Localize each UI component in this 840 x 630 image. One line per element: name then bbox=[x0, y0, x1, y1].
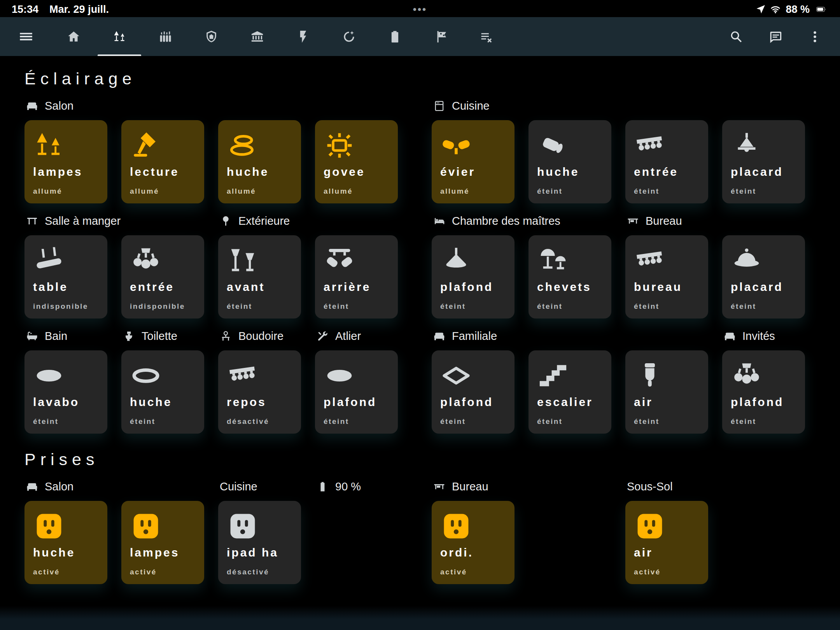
flood-lights-icon bbox=[324, 245, 355, 276]
light-card-atlier-plafond[interactable]: plafondéteint bbox=[315, 350, 398, 434]
light-card-bureau-bureau[interactable]: bureauéteint bbox=[625, 235, 708, 318]
right-half: Bureauordi.activéSous-Solairactivé bbox=[432, 474, 805, 584]
tab-battery[interactable] bbox=[372, 17, 418, 56]
bank-icon bbox=[250, 30, 264, 44]
group-name: Bureau bbox=[646, 215, 682, 228]
card-icon-wrap bbox=[440, 507, 506, 545]
group-salle-a-manger: Salle à mangertableindisponibleentréeind… bbox=[24, 209, 204, 318]
flag-checkered-icon bbox=[434, 30, 448, 44]
bulb-cluster-icon bbox=[731, 360, 763, 392]
group-bureau: Bureaubureauéteintplacardéteint bbox=[625, 209, 805, 318]
card-label: entrée bbox=[130, 280, 196, 294]
group-row: Salonlampesallumélecturealluméhucheallum… bbox=[24, 94, 816, 203]
status-battery-percent: 88 % bbox=[786, 4, 810, 16]
vanity-light-icon bbox=[634, 130, 666, 161]
card-icon-wrap bbox=[130, 507, 196, 545]
light-card-bain-lavabo[interactable]: lavaboéteint bbox=[24, 350, 107, 434]
desk-icon bbox=[433, 481, 445, 493]
light-card-toilette-huche[interactable]: hucheéteint bbox=[121, 350, 204, 434]
stairs-icon bbox=[537, 360, 569, 392]
spot-single-icon bbox=[537, 130, 569, 161]
light-rings-icon bbox=[227, 130, 259, 161]
tab-radiator[interactable] bbox=[142, 17, 188, 56]
card-status: indisponible bbox=[33, 302, 99, 311]
light-card-salle-a-manger-entree[interactable]: entréeindisponible bbox=[121, 235, 204, 318]
card-label: lavabo bbox=[33, 396, 99, 409]
light-card-cuisine-placard[interactable]: placardéteint bbox=[722, 120, 805, 203]
light-card-bureau-placard[interactable]: placardéteint bbox=[722, 235, 805, 318]
light-card-salon-huche[interactable]: hucheallumé bbox=[218, 120, 301, 203]
card-icon-wrap bbox=[227, 357, 292, 395]
tab-flag-checkered[interactable] bbox=[418, 17, 464, 56]
card-label: lampes bbox=[130, 546, 196, 559]
search-button[interactable] bbox=[729, 30, 744, 44]
group-name: Salle à manger bbox=[45, 215, 121, 228]
card-label: plafond bbox=[440, 280, 506, 294]
group-label-sous-sol: Sous-Sol bbox=[625, 474, 708, 499]
card-label: placard bbox=[731, 280, 796, 294]
light-card-cuisine-huche[interactable]: hucheéteint bbox=[528, 120, 611, 203]
tab-home[interactable] bbox=[51, 17, 96, 56]
light-card-salon-lecture[interactable]: lectureallumé bbox=[121, 120, 204, 203]
group-label-bureau: Bureau bbox=[432, 474, 514, 499]
light-card-chambre-des-maitres-chevets[interactable]: chevetséteint bbox=[528, 235, 611, 318]
group-label-atlier: Atlier bbox=[315, 324, 398, 348]
cards: ipad hadésactivé bbox=[218, 501, 301, 584]
tab-table-lamps[interactable] bbox=[96, 17, 142, 56]
bed-icon bbox=[433, 215, 445, 227]
group-boudoire: Boudoirereposdésactivé bbox=[218, 324, 301, 434]
tab-bank[interactable] bbox=[234, 17, 280, 56]
light-card-invites-plafond[interactable]: plafondéteint bbox=[722, 350, 805, 434]
spot-double-icon bbox=[440, 130, 472, 161]
light-card-salle-a-manger-table[interactable]: tableindisponible bbox=[24, 235, 107, 318]
light-card-exterieure-arriere[interactable]: arrièreéteint bbox=[315, 235, 398, 318]
status-date: Mar. 29 juill. bbox=[49, 4, 109, 16]
group-name: Atlier bbox=[335, 330, 361, 343]
pendant-icon bbox=[731, 130, 763, 161]
light-card-familiale-air[interactable]: airéteint bbox=[625, 350, 708, 434]
cards: lampesallumélecturealluméhucheallumégove… bbox=[24, 120, 398, 203]
group-sous-sol: Sous-Solairactivé bbox=[625, 474, 708, 584]
light-card-familiale-escalier[interactable]: escalieréteint bbox=[528, 350, 611, 434]
card-status: éteint bbox=[324, 417, 389, 426]
card-status: indisponible bbox=[130, 302, 196, 311]
outlet-card-salon-huche[interactable]: hucheactivé bbox=[24, 501, 107, 584]
group-name: Familiale bbox=[452, 330, 497, 343]
overflow-menu-button[interactable] bbox=[808, 30, 822, 44]
light-card-exterieure-avant[interactable]: avantéteint bbox=[218, 235, 301, 318]
light-card-cuisine-entree[interactable]: entréeéteint bbox=[625, 120, 708, 203]
light-card-familiale-plafond[interactable]: plafondéteint bbox=[432, 350, 514, 434]
light-card-salon-lampes[interactable]: lampesallumé bbox=[24, 120, 107, 203]
group-name: Boudoire bbox=[238, 330, 284, 343]
card-label: air bbox=[634, 546, 700, 559]
group-label-90: 90 % bbox=[315, 474, 398, 499]
outlet-card-bureau-ordi[interactable]: ordi.activé bbox=[432, 501, 514, 584]
tab-shield-home[interactable] bbox=[188, 17, 234, 56]
outlet-card-cuisine-ipad-ha[interactable]: ipad hadésactivé bbox=[218, 501, 301, 584]
left-half: Salle à mangertableindisponibleentréeind… bbox=[24, 209, 398, 318]
outlet-icon bbox=[130, 510, 162, 542]
bedside-lamps-icon bbox=[537, 245, 569, 276]
light-card-cuisine-evier[interactable]: évierallumé bbox=[432, 120, 514, 203]
group-name: Toilette bbox=[142, 330, 177, 343]
wifi-icon bbox=[770, 4, 781, 15]
outlet-card-sous-sol-air[interactable]: airactivé bbox=[625, 501, 708, 584]
light-card-boudoire-repos[interactable]: reposdésactivé bbox=[218, 350, 301, 434]
light-card-chambre-des-maitres-plafond[interactable]: plafondéteint bbox=[432, 235, 514, 318]
group-90: 90 % bbox=[315, 474, 398, 584]
toilet-icon bbox=[123, 330, 135, 342]
card-label: plafond bbox=[324, 396, 389, 409]
tab-playlist-remove[interactable] bbox=[464, 17, 509, 56]
outlet-card-salon-lampes[interactable]: lampesactivé bbox=[121, 501, 204, 584]
bulb-spot-icon bbox=[634, 360, 666, 392]
chat-button[interactable] bbox=[768, 30, 783, 44]
dashboard: ÉclairageSalonlampesallumélecturealluméh… bbox=[0, 56, 840, 584]
tab-climate-auto[interactable] bbox=[326, 17, 372, 56]
group-exterieure: Extérieureavantéteintarrièreéteint bbox=[218, 209, 398, 318]
card-label: lecture bbox=[130, 165, 196, 178]
tab-flash[interactable] bbox=[280, 17, 326, 56]
group-row: Salle à mangertableindisponibleentréeind… bbox=[24, 209, 816, 318]
cards: avantéteintarrièreéteint bbox=[218, 235, 398, 318]
light-card-salon-govee[interactable]: goveeallumé bbox=[315, 120, 398, 203]
menu-button[interactable] bbox=[18, 28, 34, 45]
